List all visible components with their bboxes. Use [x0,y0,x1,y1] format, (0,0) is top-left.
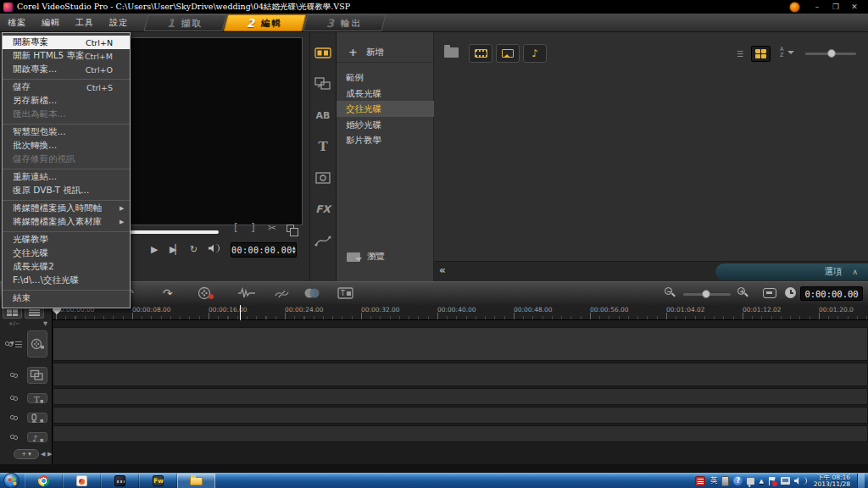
folder-item[interactable]: 範例 [337,69,434,86]
overlay-track-button[interactable] [27,367,47,384]
motion-path-library-icon[interactable] [314,232,332,249]
action-center-flag-icon[interactable] [768,476,776,486]
title-track-row[interactable] [53,388,868,405]
file-menu-item[interactable]: 智慧型包裝... [3,125,130,139]
track-dropdown-icon[interactable]: ▼ [10,340,14,346]
minimize-button[interactable]: – [809,2,826,13]
close-button[interactable]: ✕ [846,2,863,13]
graphic-library-icon[interactable] [314,169,332,186]
enlarge-preview-icon[interactable] [287,225,294,232]
start-button[interactable] [3,473,19,488]
filter-audio-button[interactable]: ♪ [523,44,547,63]
taskbar-explorer-button[interactable] [177,474,215,488]
filter-video-button[interactable] [469,44,492,63]
folder-item[interactable]: 交往光碟 [337,101,434,117]
title-library-icon[interactable]: T [314,138,332,155]
ime-icon[interactable] [695,476,705,486]
filter-fx-library-icon[interactable]: FX [314,201,332,218]
filter-photo-button[interactable] [496,44,520,63]
help-icon[interactable]: ? [733,476,743,485]
transition-library-icon[interactable] [314,75,332,92]
track-manager-row[interactable]: +/− ▼ [0,320,53,327]
slider-knob[interactable] [827,49,836,58]
file-menu-item[interactable]: 匯出為範本... [3,108,130,121]
spinner-down-icon[interactable]: ▼ [292,250,296,254]
network-icon[interactable] [781,477,790,485]
redo-button[interactable]: ↷ [163,286,173,300]
subtitle-editor-icon[interactable]: T [337,286,354,303]
repeat-button[interactable]: ↻ [190,244,198,255]
voice-track-row[interactable] [53,407,868,424]
scroll-left-icon[interactable]: ◀ [41,451,45,458]
file-menu-item[interactable]: 批次轉換... [3,139,130,152]
play-button[interactable]: ▶ [151,244,158,255]
collapse-panel-button[interactable]: « [439,264,446,276]
notification-badge-icon[interactable] [789,2,800,13]
file-menu-item[interactable]: 儲存修剪的視訊 [3,152,130,166]
overlay-track-row[interactable] [53,363,868,386]
color-circles-icon[interactable] [302,286,322,303]
thumbnail-size-slider[interactable] [805,53,856,55]
preview-timecode[interactable]: 00:00:00.00 ▲ ▼ [231,242,297,258]
video-track-button[interactable] [27,330,47,358]
record-capture-icon[interactable] [197,286,215,303]
track-manager-arrow-icon[interactable]: ▼ [43,320,47,327]
sort-button[interactable]: AZ [778,47,795,61]
language-bar-handle-icon[interactable] [721,476,729,486]
step-tab[interactable]: 3 輸出 [303,14,387,31]
music-track-row[interactable] [53,425,868,442]
chain-lock-icon[interactable] [10,435,18,440]
music-track-button[interactable]: ♪ [27,432,47,442]
file-menu-item[interactable]: 將媒體檔案插入素材庫 ▶ [3,215,130,229]
add-folder-button[interactable]: + 新增 [337,42,434,63]
duration-clock-icon[interactable] [785,287,796,298]
menu-item[interactable]: 工具 [68,17,102,29]
show-desktop-button[interactable] [857,474,865,488]
media-library-icon[interactable] [314,44,332,61]
cut-clip-icon[interactable]: ✂ [268,222,276,234]
menu-item[interactable]: 檔案 [0,17,34,29]
file-menu-item[interactable]: 復原 DVB-T 視訊... [3,184,130,197]
taskbar-chrome-button[interactable] [25,474,63,488]
timeline-ruler[interactable]: 00:00:00.00 00:00:08.00 00:00:16.00 00:0… [53,305,868,320]
project-duration-timecode[interactable]: 0:00:00.00 [800,286,863,301]
file-menu-item[interactable]: 開新專案 Ctrl+N [3,36,130,49]
tray-device-icon[interactable] [747,478,754,485]
folder-icon[interactable] [444,47,459,58]
folder-item[interactable]: 影片教學 [337,132,434,148]
voice-track-button[interactable] [27,413,47,423]
fit-timeline-icon[interactable] [763,288,776,298]
file-menu-item[interactable]: 另存新檔... [3,94,130,108]
add-track-button[interactable]: + ▾ [14,449,39,459]
overlay-library-icon[interactable]: AB [314,107,332,124]
file-menu-item[interactable]: 開啟專案... Ctrl+O [3,63,130,76]
folder-item[interactable]: 成長光碟 [337,86,434,102]
video-track-lock[interactable]: ▼ [0,341,27,347]
chain-lock-icon[interactable] [10,373,18,378]
options-button[interactable]: 選項 ∧ [715,263,868,280]
file-menu-item[interactable]: 光碟教學 [3,233,130,247]
next-frame-button[interactable]: ▶▏ [170,244,181,255]
file-menu-item[interactable]: 開新 HTML5 專案 Ctrl+M [3,49,130,63]
scroll-right-icon[interactable]: ▶ [47,451,52,458]
storyboard-view-button[interactable] [3,307,22,319]
file-menu-item[interactable]: 成長光碟2 [3,260,130,274]
video-track-row[interactable] [53,327,868,361]
menu-item[interactable]: 編輯 [34,17,68,29]
step-tab[interactable]: 2 編輯 [224,14,307,31]
taskbar-fireworks-button[interactable]: Fw [139,474,177,488]
chain-lock-icon[interactable] [10,415,18,420]
sound-mixer-icon[interactable] [237,286,256,303]
file-menu-item[interactable]: 重新連結... [3,170,130,184]
taskbar-videostudio-button[interactable] [101,474,139,488]
list-view-button[interactable]: ☰ [731,46,750,62]
mark-in-button[interactable]: [ [234,222,238,234]
timeline-view-button[interactable] [25,307,44,319]
zoom-slider-knob[interactable] [702,290,710,298]
language-indicator[interactable]: 英 [709,475,717,486]
speaker-icon[interactable] [794,477,802,485]
thumbnail-view-button[interactable] [751,46,771,62]
taskbar-powerpoint-button[interactable] [63,474,101,488]
file-menu-item[interactable]: 結束 [3,291,130,305]
motion-tracking-icon[interactable] [273,286,292,303]
